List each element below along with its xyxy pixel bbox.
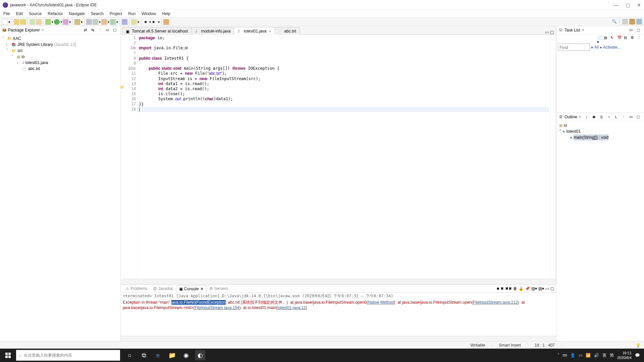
hide-nonpublic-icon[interactable]: ○ — [606, 115, 611, 119]
tray-people-icon[interactable]: 👤 — [570, 353, 575, 358]
console-scroll-lock-icon[interactable]: 🔒 — [519, 286, 524, 291]
outline-class[interactable]: Iotest01 — [566, 128, 581, 134]
outline-tree[interactable]: ▦io ˅●Iotest01 ●main(String[]) : void — [556, 121, 644, 142]
edge-icon[interactable]: e — [153, 350, 163, 360]
tree-pkg[interactable]: io — [21, 54, 24, 60]
link-editor-icon[interactable]: ⇆ — [90, 28, 95, 33]
maximize-view-icon[interactable]: ▢ — [112, 28, 117, 33]
outline-pkg[interactable]: io — [564, 122, 567, 128]
toggle-breadcrumb[interactable] — [30, 19, 35, 25]
console-remove-icon[interactable]: ✖ — [500, 286, 504, 291]
outline-menu-icon[interactable]: ⋮ — [621, 115, 626, 119]
outline-max-icon[interactable]: ▢ — [636, 115, 641, 119]
new-button[interactable] — [2, 19, 8, 25]
task-min-icon[interactable]: ▭ — [629, 28, 633, 33]
console-clear-icon[interactable]: 🗑 — [513, 286, 517, 291]
tray-chevron-icon[interactable]: ˄ — [557, 353, 559, 358]
taskbar-clock[interactable]: 18:11 2020/6/4 — [617, 351, 632, 360]
task-max-icon[interactable]: ▢ — [636, 28, 641, 33]
minimize-view-icon[interactable]: ▭ — [105, 28, 110, 33]
menu-file[interactable]: File — [3, 11, 10, 16]
overview-ruler[interactable] — [550, 35, 556, 279]
hide-local-icon[interactable]: L — [614, 115, 619, 119]
ime-lang[interactable]: 英 — [602, 353, 606, 358]
new-class-button[interactable] — [110, 19, 116, 25]
tab-tomcat[interactable]: ▣Tomcat v8.5 Server at localhost — [122, 27, 192, 35]
console-output[interactable]: Exception in thread "main" java.io.FileN… — [121, 300, 556, 336]
task-activate-link[interactable]: ▸ Activate... — [600, 45, 621, 50]
quick-access[interactable]: 🔍 — [611, 19, 617, 24]
view-max-icon[interactable]: ▢ — [550, 286, 554, 291]
close-button[interactable]: ✕ — [637, 3, 641, 7]
new-package-button[interactable] — [101, 19, 107, 25]
back-button[interactable]: ◄ — [143, 19, 149, 25]
tab-close-icon[interactable]: ✕ — [269, 29, 271, 33]
outline-method[interactable]: main(String[]) : void — [574, 134, 608, 140]
task-view-icon[interactable]: ⧉ — [139, 350, 149, 360]
console-pin-icon[interactable]: 📌 — [525, 286, 530, 291]
menu-run[interactable]: Run — [128, 11, 136, 16]
tray-wifi-icon[interactable]: 📶 — [586, 353, 591, 358]
tree-project[interactable]: XAC — [13, 36, 21, 42]
collapse-icon[interactable]: ⊟ — [624, 36, 629, 41]
editor-min-icon[interactable]: ▭ — [545, 30, 549, 35]
sort-icon[interactable]: ↕ — [584, 115, 589, 119]
collapse-all-icon[interactable]: ⇄ — [83, 28, 88, 33]
pin-editor[interactable] — [163, 19, 169, 25]
calendar-icon[interactable]: 📅 — [617, 36, 623, 41]
console-open-icon[interactable]: ▤▾ — [538, 286, 544, 291]
menu-help[interactable]: Help — [162, 11, 170, 16]
start-button[interactable] — [0, 353, 16, 358]
filter-icon[interactable]: ⚙ — [631, 36, 636, 41]
editor-max-icon[interactable]: ▢ — [550, 30, 554, 35]
menu-refactor[interactable]: Refactor — [48, 11, 63, 16]
console-display-icon[interactable]: ▤▾ — [531, 286, 537, 291]
view-min-icon[interactable]: ▭ — [545, 286, 549, 291]
open-perspective[interactable] — [622, 19, 628, 24]
outline-min-icon[interactable]: ▭ — [629, 115, 633, 119]
forward-button[interactable]: ► — [152, 19, 157, 25]
ext-tools-button[interactable] — [74, 19, 80, 25]
task-list-close-icon[interactable]: ✕ — [582, 28, 584, 32]
outline-close-icon[interactable]: ✕ — [579, 115, 581, 119]
menu-project[interactable]: Project — [110, 11, 122, 16]
menu-source[interactable]: Source — [29, 11, 42, 16]
code-area[interactable]: package io; import java.io.File;⊟ public… — [138, 35, 550, 279]
eclipse-taskbar-icon[interactable]: ◐ — [195, 350, 205, 360]
ime-mode[interactable]: 简 — [610, 353, 614, 358]
task-all-link[interactable]: ▸ All — [591, 45, 599, 50]
tab-javadoc[interactable]: @Javadoc — [150, 286, 176, 292]
tray-mi-icon[interactable]: mi — [563, 353, 567, 358]
tab-iotest01[interactable]: JIotest01.java✕ — [234, 27, 275, 35]
tree-file-iotest[interactable]: Iotest01.java — [25, 60, 48, 66]
console-remove-all-icon[interactable]: ✖✖ — [505, 286, 512, 291]
run-button[interactable] — [54, 19, 60, 25]
minimize-button[interactable]: — — [614, 3, 619, 7]
menu-navigate[interactable]: Navigate — [69, 11, 85, 16]
package-explorer-tree[interactable]: ˅📂XAC ›📚JRE System Library [JavaSE-13] ˅… — [0, 34, 120, 73]
chrome-icon[interactable]: ◉ — [181, 350, 191, 360]
tree-file-abc[interactable]: abc.txt — [28, 66, 40, 72]
console-terminate-icon[interactable]: ■ — [497, 286, 499, 291]
tree-jre[interactable]: JRE System Library [JavaSE-13] — [17, 42, 76, 48]
explorer-icon[interactable]: 📁 — [167, 350, 177, 360]
search-button[interactable] — [131, 19, 137, 25]
new-server-button[interactable] — [86, 19, 92, 25]
skip-breakpoints[interactable] — [36, 19, 42, 25]
view-close-icon[interactable]: ✕ — [41, 28, 44, 32]
open-type-button[interactable] — [122, 19, 127, 25]
hide-fields-icon[interactable]: ◉ — [592, 115, 596, 119]
save-all-button[interactable] — [20, 19, 26, 25]
categorize-icon[interactable]: ▤ — [604, 36, 609, 41]
menu-edit[interactable]: Edit — [16, 11, 23, 16]
debug-button[interactable] — [45, 19, 51, 25]
tab-servers[interactable]: ⚙Servers — [207, 286, 231, 292]
view-menu-icon[interactable]: ⋮ — [98, 28, 102, 33]
sync-icon[interactable]: ↻ — [610, 36, 616, 41]
tray-volume-icon[interactable]: 🔊 — [594, 353, 599, 358]
java-perspective[interactable] — [629, 19, 635, 24]
cortana-icon[interactable]: ○ — [125, 350, 135, 360]
menu-search[interactable]: Search — [91, 11, 104, 16]
javaee-perspective[interactable] — [636, 19, 642, 24]
tab-problems[interactable]: ⚠Problems — [123, 286, 150, 292]
